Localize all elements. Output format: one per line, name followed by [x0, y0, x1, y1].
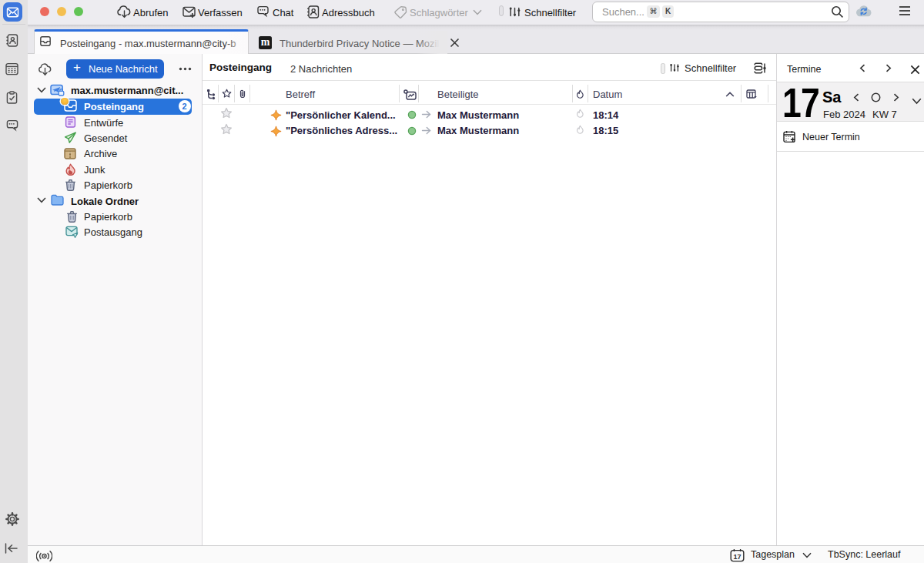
- svg-text:17: 17: [733, 553, 741, 561]
